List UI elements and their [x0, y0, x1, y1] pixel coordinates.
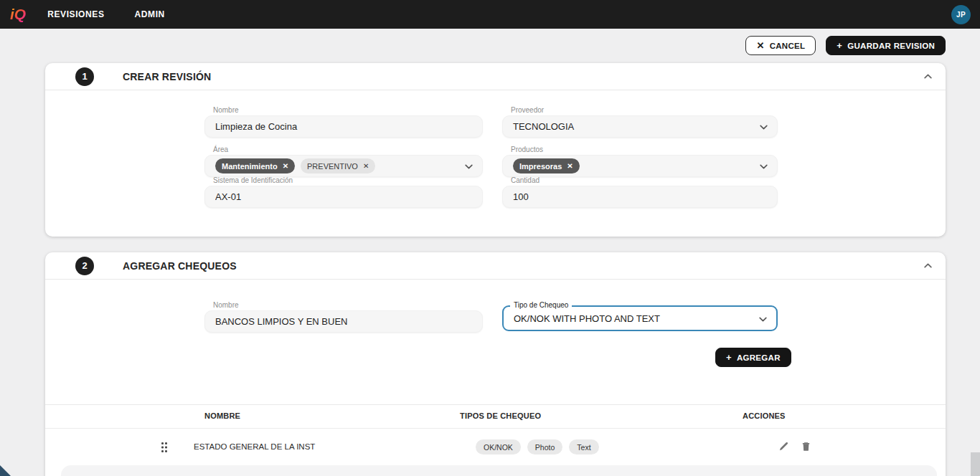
remove-chip-icon[interactable]: ✕ [363, 163, 369, 170]
tipo-chequeo-label: Tipo de Chequeo [510, 301, 572, 309]
remove-chip-icon[interactable]: ✕ [567, 163, 573, 170]
crear-revision-title: CREAR REVISIÓN [123, 71, 211, 82]
col-header-tipos: TIPOS DE CHEQUEO [460, 411, 541, 420]
proveedor-value: TECNOLOGIA [513, 121, 574, 132]
chevron-down-icon [758, 315, 768, 324]
nombre-label: Nombre [204, 106, 483, 114]
area-label: Área [204, 146, 483, 153]
productos-label: Productos [502, 146, 778, 153]
cantidad-label: Cantidad [502, 176, 778, 184]
brand-logo[interactable]: iQ [10, 6, 26, 23]
crear-revision-header: 1 CREAR REVISIÓN [45, 63, 946, 90]
close-icon: ✕ [756, 40, 764, 51]
drag-handle-icon[interactable] [161, 442, 167, 452]
step-badge-2: 2 [75, 257, 94, 275]
proveedor-label: Proveedor [502, 106, 778, 114]
cancel-button[interactable]: ✕ CANCEL [745, 36, 816, 55]
top-navbar: iQ REVISIONES ADMIN JP [0, 0, 980, 29]
plus-icon: + [726, 352, 732, 363]
chevron-up-icon[interactable] [923, 72, 933, 81]
field-cantidad: Cantidad [502, 176, 778, 208]
step-badge-1: 1 [75, 67, 94, 86]
chevron-up-icon[interactable] [923, 261, 933, 270]
tipo-chequeo-value: OK/NOK WITH PHOTO AND TEXT [514, 313, 660, 324]
guardar-button-label: GUARDAR REVISION [847, 42, 935, 50]
area-chips: Mantenimiento ✕ PREVENTIVO ✕ [215, 158, 375, 173]
productos-chips: Impresoras ✕ [513, 158, 580, 173]
col-header-acciones: ACCIONES [743, 411, 786, 420]
field-sistema: Sistema de Identificación [204, 176, 483, 208]
sistema-input[interactable] [204, 186, 483, 208]
field-tipo-chequeo: Tipo de Chequeo OK/NOK WITH PHOTO AND TE… [502, 305, 778, 331]
field-productos: Productos Impresoras ✕ [502, 146, 778, 177]
row-actions [778, 441, 811, 452]
cancel-button-label: CANCEL [770, 42, 806, 50]
corner-widget-triangle[interactable] [0, 465, 11, 476]
scrollbar-thumb[interactable] [971, 452, 980, 476]
tipo-chequeo-select[interactable]: Tipo de Chequeo OK/NOK WITH PHOTO AND TE… [502, 305, 778, 331]
chip-mantenimiento[interactable]: Mantenimiento ✕ [215, 158, 295, 173]
sistema-label: Sistema de Identificación [204, 176, 483, 184]
chip-label: PREVENTIVO [307, 162, 358, 171]
nombre-input[interactable] [204, 115, 483, 138]
field-chequeo-nombre: Nombre [204, 301, 483, 333]
chevron-down-icon [464, 162, 473, 171]
tag-text: Text [569, 439, 598, 454]
row-tags: OK/NOK Photo Text [476, 439, 599, 454]
guardar-revision-button[interactable]: + GUARDAR REVISION [826, 36, 946, 55]
area-multiselect[interactable]: Mantenimiento ✕ PREVENTIVO ✕ [204, 155, 483, 177]
cantidad-input[interactable] [502, 186, 778, 208]
page-actions: ✕ CANCEL + GUARDAR REVISION [745, 36, 946, 55]
row-name: ESTADO GENERAL DE LA INST [194, 442, 315, 451]
agregar-button[interactable]: + AGREGAR [715, 348, 791, 367]
chequeo-nombre-label: Nombre [204, 301, 483, 309]
field-area: Área Mantenimiento ✕ PREVENTIVO ✕ [204, 146, 483, 177]
table-row: ESTADO GENERAL DE LA INST OK/NOK Photo T… [45, 429, 946, 466]
nav-item-admin[interactable]: ADMIN [135, 9, 165, 19]
agregar-button-label: AGREGAR [737, 353, 781, 362]
tag-oknok: OK/NOK [476, 439, 521, 454]
tag-photo: Photo [527, 439, 562, 454]
delete-trash-icon[interactable] [801, 441, 811, 452]
agregar-chequeos-card: 2 AGREGAR CHEQUEOS Nombre Tipo de Cheque… [45, 252, 946, 476]
chequeo-nombre-input[interactable] [204, 310, 483, 333]
col-header-nombre: NOMBRE [204, 411, 240, 420]
chip-preventivo[interactable]: PREVENTIVO ✕ [301, 158, 375, 173]
next-row-placeholder [61, 465, 937, 476]
chevron-down-icon [759, 123, 768, 132]
edit-pencil-icon[interactable] [778, 441, 789, 452]
chip-impresoras[interactable]: Impresoras ✕ [513, 158, 580, 173]
plus-icon: + [837, 40, 842, 51]
chevron-down-icon [759, 162, 768, 171]
agregar-chequeos-title: AGREGAR CHEQUEOS [123, 260, 237, 272]
chip-label: Mantenimiento [222, 162, 278, 171]
remove-chip-icon[interactable]: ✕ [283, 163, 288, 170]
agregar-chequeos-header: 2 AGREGAR CHEQUEOS [45, 252, 946, 280]
field-nombre: Nombre [204, 106, 483, 138]
chip-label: Impresoras [519, 162, 562, 171]
chequeos-table-header: NOMBRE TIPOS DE CHEQUEO ACCIONES [45, 405, 946, 429]
crear-revision-card: 1 CREAR REVISIÓN Nombre Proveedor TECNOL… [45, 63, 946, 237]
productos-multiselect[interactable]: Impresoras ✕ [502, 155, 778, 177]
nav-item-revisiones[interactable]: REVISIONES [47, 9, 104, 19]
proveedor-select[interactable]: TECNOLOGIA [502, 115, 778, 138]
user-avatar[interactable]: JP [951, 5, 971, 24]
field-proveedor: Proveedor TECNOLOGIA [502, 106, 778, 138]
